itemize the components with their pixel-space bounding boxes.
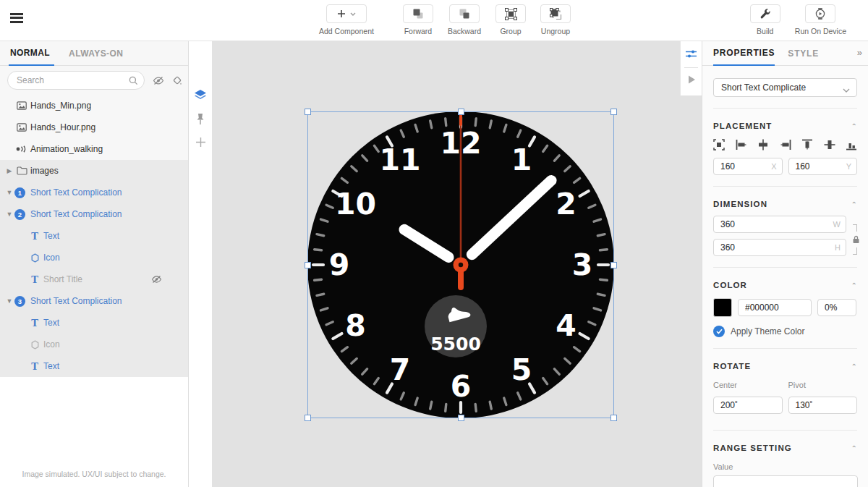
toolbar-right: Build Run On Device (750, 4, 846, 35)
ungroup-button[interactable]: Ungroup (540, 4, 571, 35)
height-field[interactable]: H (713, 239, 846, 256)
search-input[interactable] (7, 71, 145, 90)
eye-off-icon (151, 275, 162, 284)
add-guide-icon[interactable] (189, 137, 212, 148)
align-bottom-icon[interactable] (846, 139, 857, 151)
minute-tick (315, 279, 322, 280)
group-icon (505, 8, 517, 20)
range-setting-section-header[interactable]: RANGE SETTING ⌃ (713, 444, 857, 452)
layer-row-icon[interactable]: Icon (0, 334, 188, 355)
layer-row-icon[interactable]: Icon (0, 247, 188, 268)
caret-right-icon[interactable]: ▶ (6, 167, 13, 174)
forward-button[interactable]: Forward (403, 4, 433, 35)
backward-label: Backward (448, 27, 481, 35)
add-component-button[interactable]: Add Component (319, 4, 374, 35)
caret-down-icon[interactable]: ▼ (6, 297, 13, 305)
align-screen-center-icon[interactable] (713, 139, 725, 151)
tab-properties[interactable]: PROPERTIES (713, 41, 775, 66)
hex-color-input[interactable] (739, 300, 811, 316)
text-icon: T (31, 232, 38, 241)
align-right-icon[interactable] (780, 139, 791, 151)
apply-theme-color-checkbox[interactable]: Apply Theme Color (713, 326, 857, 337)
align-top-icon[interactable] (801, 139, 813, 151)
run-on-device-button[interactable]: Run On Device (795, 4, 846, 35)
chevron-down-icon (843, 85, 850, 96)
dial-numeral-10: 10 (335, 187, 376, 221)
y-suffix: Y (846, 162, 851, 171)
theme-fill-icon[interactable] (172, 75, 183, 86)
align-left-icon[interactable] (736, 139, 747, 151)
color-section-header[interactable]: COLOR ⌃ (713, 281, 857, 289)
layer-row-short-text-complication[interactable]: ▼2Short Text Complication (0, 203, 188, 225)
dimension-section-header[interactable]: DIMENSION ⌃ (713, 200, 857, 208)
caret-down-icon[interactable]: ▼ (6, 189, 13, 196)
height-input[interactable] (714, 240, 846, 255)
y-position-field[interactable]: Y (788, 158, 858, 175)
dial-numeral-7: 7 (390, 352, 411, 387)
layer-label: Icon (43, 253, 60, 263)
run-on-device-icon (814, 7, 827, 20)
opacity-field[interactable] (817, 299, 856, 316)
properties-toggle-icon[interactable] (681, 48, 702, 59)
build-button[interactable]: Build (750, 4, 780, 35)
range-value-input[interactable] (714, 476, 857, 487)
hex-color-field[interactable] (738, 299, 812, 316)
align-horizontal-center-icon[interactable] (757, 139, 769, 151)
rotate-pivot-field[interactable] (788, 397, 858, 414)
placement-section-header[interactable]: PLACEMENT ⌃ (713, 122, 857, 130)
minute-tick (490, 402, 491, 409)
color-swatch[interactable] (713, 298, 732, 317)
layer-label: Short Text Complication (30, 209, 122, 219)
image-icon (17, 123, 27, 132)
layer-label: Hands_Hour.png (30, 122, 95, 132)
complication-type-dropdown[interactable]: Short Text Complicate (713, 78, 857, 97)
layer-row-text[interactable]: TText (0, 312, 188, 334)
layer-row-hands-min-png[interactable]: Hands_Min.png (0, 95, 188, 117)
aspect-lock-icon[interactable] (851, 224, 860, 255)
width-input[interactable] (714, 216, 846, 232)
watch-face[interactable]: 1212345678910115500 (307, 111, 614, 418)
tab-style[interactable]: STYLE (788, 42, 819, 65)
dial-numeral-1: 1 (511, 143, 532, 177)
tab-normal[interactable]: NORMAL (9, 41, 54, 66)
chevron-up-icon: ⌃ (851, 281, 857, 289)
layers-icon[interactable] (189, 89, 212, 101)
layer-row-hands-hour-png[interactable]: Hands_Hour.png (0, 117, 188, 138)
alignment-toolbar (713, 139, 857, 151)
minute-tick (317, 234, 324, 236)
layer-hidden-icon[interactable] (151, 275, 162, 284)
rotate-center-field[interactable] (713, 397, 783, 414)
caret-down-icon[interactable]: ▼ (6, 211, 13, 218)
rotate-section-header[interactable]: ROTATE ⌃ (713, 362, 857, 370)
shape-icon (30, 253, 40, 263)
rotate-pivot-input[interactable] (789, 397, 857, 413)
rotate-center-input[interactable] (714, 397, 782, 413)
tab-always-on[interactable]: ALWAYS-ON (69, 42, 123, 65)
design-canvas[interactable]: 1212345678910115500 (212, 41, 702, 487)
layer-row-text[interactable]: TText (0, 225, 188, 247)
hide-all-icon[interactable] (153, 76, 164, 85)
x-position-field[interactable]: X (713, 158, 783, 175)
layer-row-short-title[interactable]: TShort Title (0, 268, 188, 290)
layer-row-text[interactable]: TText (0, 355, 188, 377)
folder-icon (17, 166, 27, 175)
collapse-panel-icon[interactable]: » (857, 47, 861, 58)
minute-tick (430, 121, 432, 128)
minute-tick (600, 279, 607, 280)
opacity-input[interactable] (818, 300, 856, 316)
range-value-field[interactable] (713, 475, 858, 487)
width-field[interactable]: W (713, 216, 846, 233)
align-vertical-center-icon[interactable] (824, 139, 835, 151)
group-button[interactable]: Group (495, 4, 526, 35)
layer-label: Short Text Complication (30, 187, 122, 198)
layer-row-animation-walking[interactable]: Animation_walking (0, 138, 188, 160)
menu-icon[interactable] (10, 13, 23, 23)
layer-row-images[interactable]: ▶images (0, 160, 188, 182)
shape-icon (30, 340, 40, 350)
layer-row-short-text-complication[interactable]: ▼1Short Text Complication (0, 182, 188, 203)
preview-play-icon[interactable] (681, 75, 702, 85)
layer-row-short-text-complication[interactable]: ▼3Short Text Complication (0, 290, 188, 312)
pin-icon[interactable] (189, 113, 212, 125)
watch-dial: 1212345678910115500 (307, 111, 614, 418)
backward-button[interactable]: Backward (448, 4, 481, 35)
